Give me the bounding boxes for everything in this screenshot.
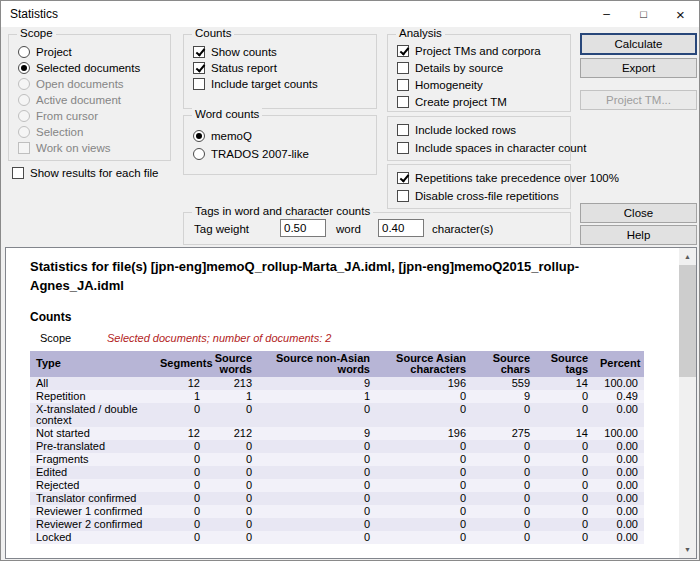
column-header: Source Asian characters bbox=[376, 351, 472, 377]
radio-icon bbox=[18, 94, 30, 106]
value-cell: 0 bbox=[536, 440, 594, 453]
checkbox-homogeneity[interactable]: Homogeneity bbox=[397, 78, 541, 91]
checkbox-details-by-source[interactable]: Details by source bbox=[397, 61, 541, 74]
analysis-group: Analysis Project TMs and corporaDetails … bbox=[387, 34, 571, 112]
value-cell: 0 bbox=[154, 479, 206, 492]
value-cell: 9 bbox=[258, 377, 376, 390]
scroll-up-button[interactable]: ▲ bbox=[679, 248, 696, 265]
analysis-group-label: Analysis bbox=[396, 27, 445, 39]
checkbox-status-report[interactable]: Status report bbox=[193, 61, 318, 74]
value-cell: 0 bbox=[472, 518, 536, 531]
value-cell: 0 bbox=[472, 479, 536, 492]
checkbox-disable-cross-file-repetitions[interactable]: Disable cross-file repetitions bbox=[397, 189, 619, 202]
checkbox-show-counts[interactable]: Show counts bbox=[193, 45, 318, 58]
value-cell: 0 bbox=[206, 453, 258, 466]
type-cell: All bbox=[30, 377, 154, 390]
value-cell: 0 bbox=[536, 479, 594, 492]
checkbox-icon bbox=[397, 45, 409, 57]
option-label: Homogeneity bbox=[415, 79, 483, 91]
option-label: Include spaces in character count bbox=[415, 142, 586, 154]
option-label: Selected documents bbox=[36, 62, 140, 74]
stats-table-body: All12213919655914100.00Repetition1110900… bbox=[30, 377, 644, 544]
column-header: Source non-Asian words bbox=[258, 351, 376, 377]
type-cell: Not started bbox=[30, 427, 154, 440]
value-cell: 0.49 bbox=[594, 390, 644, 403]
results-scrollbar[interactable]: ▲ ▼ bbox=[679, 248, 696, 558]
value-cell: 1 bbox=[206, 390, 258, 403]
titlebar: Statistics – □ × bbox=[1, 1, 699, 27]
value-cell: 0 bbox=[258, 505, 376, 518]
value-cell: 0.00 bbox=[594, 518, 644, 531]
value-cell: 0 bbox=[536, 531, 594, 544]
checkbox-include-spaces-in-character-count[interactable]: Include spaces in character count bbox=[397, 141, 586, 154]
radio-icon bbox=[18, 62, 30, 74]
value-cell: 12 bbox=[154, 377, 206, 390]
value-cell: 0 bbox=[206, 440, 258, 453]
checkbox-icon bbox=[397, 172, 409, 184]
close-dialog-button[interactable]: Close bbox=[580, 203, 697, 223]
minimize-button[interactable]: – bbox=[588, 1, 625, 27]
help-button[interactable]: Help bbox=[580, 225, 697, 245]
value-cell: 0 bbox=[206, 466, 258, 479]
radio-icon bbox=[18, 46, 30, 58]
checkbox-include-locked-rows[interactable]: Include locked rows bbox=[397, 123, 586, 136]
value-cell: 1 bbox=[258, 390, 376, 403]
radio-selected-documents[interactable]: Selected documents bbox=[18, 61, 140, 74]
checkbox-include-target-counts[interactable]: Include target counts bbox=[193, 77, 318, 90]
value-cell: 14 bbox=[536, 427, 594, 440]
value-cell: 0 bbox=[536, 390, 594, 403]
checkbox-show-results-for-each-file[interactable]: Show results for each file bbox=[12, 166, 158, 179]
export-button[interactable]: Export bbox=[580, 58, 697, 78]
type-cell: X-translated / double context bbox=[30, 403, 154, 427]
table-row: Locked0000000.00 bbox=[30, 531, 644, 544]
option-label: Show counts bbox=[211, 46, 277, 58]
checkbox-create-project-tm[interactable]: Create project TM bbox=[397, 95, 541, 108]
radio-open-documents: Open documents bbox=[18, 77, 140, 90]
checkbox-icon bbox=[397, 190, 409, 202]
checkbox-project-tms-and-corpora[interactable]: Project TMs and corpora bbox=[397, 44, 541, 57]
radio-trados-2007-like[interactable]: TRADOS 2007-like bbox=[193, 147, 309, 160]
repetitions-box: Repetitions take precedence over 100%Dis… bbox=[387, 164, 571, 209]
value-cell: 0 bbox=[472, 531, 536, 544]
option-label: Repetitions take precedence over 100% bbox=[415, 172, 619, 184]
radio-icon bbox=[18, 110, 30, 122]
statistics-dialog: Statistics – □ × Scope ProjectSelected d… bbox=[0, 0, 700, 561]
value-cell: 0 bbox=[536, 403, 594, 427]
value-cell: 0 bbox=[258, 479, 376, 492]
value-cell: 0 bbox=[258, 403, 376, 427]
value-cell: 0 bbox=[206, 531, 258, 544]
checkbox-repetitions-take-precedence-over-100[interactable]: Repetitions take precedence over 100% bbox=[397, 171, 619, 184]
calculate-button[interactable]: Calculate bbox=[580, 33, 697, 55]
value-cell: 0 bbox=[536, 518, 594, 531]
radio-memoq[interactable]: memoQ bbox=[193, 129, 309, 142]
close-icon: × bbox=[676, 7, 685, 22]
value-cell: 0 bbox=[536, 492, 594, 505]
tag-weight-char-input[interactable] bbox=[378, 219, 424, 237]
radio-project[interactable]: Project bbox=[18, 45, 140, 58]
value-cell: 0 bbox=[376, 453, 472, 466]
table-row: Translator confirmed0000000.00 bbox=[30, 492, 644, 505]
results-content: Statistics for file(s) [jpn-eng]memoQ_ro… bbox=[6, 248, 679, 558]
maximize-button[interactable]: □ bbox=[625, 1, 662, 27]
value-cell: 0 bbox=[376, 403, 472, 427]
value-cell: 0.00 bbox=[594, 479, 644, 492]
value-cell: 0 bbox=[376, 518, 472, 531]
scroll-down-button[interactable]: ▼ bbox=[679, 541, 696, 558]
checkbox-icon bbox=[397, 96, 409, 108]
close-button[interactable]: × bbox=[662, 1, 699, 27]
repetitions-options: Repetitions take precedence over 100%Dis… bbox=[397, 171, 619, 202]
value-cell: 0 bbox=[206, 403, 258, 427]
checkbox-icon bbox=[12, 167, 24, 179]
option-label: TRADOS 2007-like bbox=[211, 148, 309, 160]
results-panel: Statistics for file(s) [jpn-eng]memoQ_ro… bbox=[5, 247, 697, 559]
minimize-icon: – bbox=[603, 7, 610, 21]
value-cell: 0 bbox=[376, 492, 472, 505]
option-label: Disable cross-file repetitions bbox=[415, 190, 559, 202]
scope-summary-label: Scope bbox=[40, 332, 107, 344]
value-cell: 0 bbox=[376, 390, 472, 403]
value-cell: 0 bbox=[472, 466, 536, 479]
radio-icon bbox=[193, 130, 205, 142]
type-cell: Fragments bbox=[30, 453, 154, 466]
scrollbar-thumb[interactable] bbox=[679, 265, 696, 377]
tag-weight-word-input[interactable] bbox=[280, 219, 326, 237]
